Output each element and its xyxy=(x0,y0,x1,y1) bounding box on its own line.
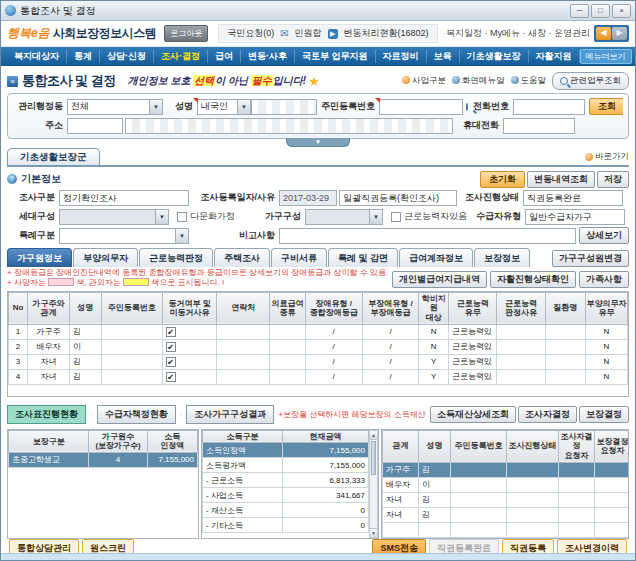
table-row[interactable]: 소득평가액7,155,000 xyxy=(203,458,369,473)
tab-basic-living-group[interactable]: 기초생활보장군 xyxy=(7,148,100,165)
chevron-down-icon[interactable]: ▼ xyxy=(369,210,382,224)
multiculture-checkbox[interactable] xyxy=(177,212,187,222)
tab-support-obligor[interactable]: 부양의무자 xyxy=(73,248,138,267)
detail-view-button[interactable]: 상세보기 xyxy=(579,227,629,244)
checked-checkbox-icon[interactable]: ✔ xyxy=(166,372,176,382)
table-row[interactable]: 가구주김 xyxy=(383,462,630,477)
maximize-icon[interactable]: □ xyxy=(591,4,610,18)
menu-item-investigation[interactable]: 조사·결정 xyxy=(154,50,208,63)
tab-documents[interactable]: 구비서류 xyxy=(271,248,327,267)
tab-work-ability[interactable]: 근로능력판정 xyxy=(139,248,213,267)
table-row[interactable]: 4자녀김✔//Y근로능력있N xyxy=(9,369,628,384)
change-member-button[interactable]: 가구구성원변경 xyxy=(552,250,629,267)
menu-item-change[interactable]: 변동·사후 xyxy=(241,50,295,63)
menu-item-benefit[interactable]: 급여 xyxy=(208,50,241,63)
phone-input[interactable] xyxy=(513,99,585,115)
change-history-button[interactable]: 변동내역조회 xyxy=(527,171,595,188)
biz-type-link[interactable]: 사업구분 xyxy=(402,75,446,87)
table-row[interactable]: 배우자이 xyxy=(383,477,630,492)
tab-guarantee-info[interactable]: 보장정보 xyxy=(474,248,530,267)
table-row[interactable]: 3자녀김✔//Y근로능력있N xyxy=(9,354,628,369)
name-input[interactable] xyxy=(251,99,317,115)
chevron-down-icon[interactable]: ▼ xyxy=(155,210,168,224)
menu-item-childcare[interactable]: 보육 xyxy=(427,50,460,63)
dong-select[interactable]: 전체▼ xyxy=(67,99,163,115)
screen-manual-link[interactable]: 화면메뉴얼 xyxy=(452,75,505,87)
save-button[interactable]: 저장 xyxy=(597,171,629,188)
menu-item-molit[interactable]: 국토부 업무지원 xyxy=(295,50,376,63)
tab-housing-survey[interactable]: 주택조사 xyxy=(214,248,270,267)
personal-benefit-button[interactable]: 개인별급여지급내역 xyxy=(392,271,487,288)
logout-button[interactable]: 로그아웃 xyxy=(164,25,208,42)
checked-checkbox-icon[interactable]: ✔ xyxy=(166,342,176,352)
citizen-request-link[interactable]: 국민요청(0) xyxy=(227,27,274,40)
income-detail-button[interactable]: 소득재산상세조회 xyxy=(430,406,516,423)
tab-household-result[interactable]: 조사가구구성결과 xyxy=(186,405,274,424)
table-row[interactable]: - 재산소득0 xyxy=(203,503,369,518)
table-row[interactable]: 2배우자이✔//N근로능력있N xyxy=(9,339,628,354)
search-button[interactable]: 조회 xyxy=(589,98,623,115)
menu-item-selfsupport[interactable]: 자활지원 xyxy=(529,50,580,63)
survey-change-history-button[interactable]: 조사변경이력 xyxy=(557,539,627,553)
table-row[interactable]: 1가구주김✔//N근로능력있N xyxy=(9,324,628,339)
tab-household-member[interactable]: 가구원정보 xyxy=(7,248,72,267)
nation-select[interactable]: 내국인▼ xyxy=(197,99,251,115)
selfsupport-status-button[interactable]: 자활진행상태확인 xyxy=(490,271,576,288)
menu-item-basic-living[interactable]: 기초생활보장 xyxy=(460,50,529,63)
household-comp-select[interactable]: ▼ xyxy=(59,209,169,225)
memo-input[interactable] xyxy=(279,228,576,244)
scroll-down-icon[interactable]: ▼ xyxy=(370,528,377,537)
header-quick-links[interactable]: 복지일정 · My메뉴 · 새창 · 운영관리 xyxy=(446,27,590,40)
reset-button[interactable]: 초기화 xyxy=(480,171,525,188)
close-icon[interactable]: × xyxy=(612,4,631,18)
checked-checkbox-icon[interactable]: ✔ xyxy=(166,327,176,337)
table-row[interactable]: 자녀김 xyxy=(383,507,630,522)
mobile-input[interactable] xyxy=(503,118,575,134)
menu-more-button[interactable]: 메뉴더보기 xyxy=(580,49,632,64)
tab-survey-progress[interactable]: 조사표진행현황 xyxy=(7,405,86,424)
workable-checkbox[interactable] xyxy=(391,212,401,222)
income-table[interactable]: ▲ ▼ 소득구분현재금액소득인정액7,155,000소득평가액7,155,000… xyxy=(201,429,379,539)
investigator-decision-button[interactable]: 조사자결정 xyxy=(518,406,577,423)
table-row[interactable]: 소득인정액7,155,000 xyxy=(203,443,369,458)
address-code-input[interactable] xyxy=(67,118,123,134)
integrated-consult-button[interactable]: 통합상담관리 xyxy=(9,539,79,553)
special-case-select[interactable]: ▼ xyxy=(59,228,189,244)
tab-benefit-account[interactable]: 급여계좌정보 xyxy=(399,248,473,267)
nav-forward-icon[interactable]: ▶ xyxy=(612,27,627,40)
chevron-down-icon[interactable]: ▼ xyxy=(149,100,162,114)
table-row[interactable]: 초중고학생교47,155,000 xyxy=(9,452,198,467)
minimize-icon[interactable]: ─ xyxy=(570,4,589,18)
jumin-input[interactable] xyxy=(379,99,463,115)
status-table[interactable]: 관계성명주민등록번호조사진행상태조사자결정 요청자보장결정 요청자가구주김배우자… xyxy=(381,429,629,539)
benefit-table[interactable]: 보장구분가구원수 (보장가구수)소득 인정액초중고학생교47,155,000 xyxy=(7,429,199,539)
change-status-link[interactable]: 변동처리현황(16802) xyxy=(344,27,429,40)
nav-back-icon[interactable]: ◀ xyxy=(596,27,611,40)
menu-item-welfare-target[interactable]: 복지대상자 xyxy=(7,50,67,63)
table-row[interactable]: 자녀김 xyxy=(383,492,630,507)
member-table[interactable]: No가구주와 관계성명주민등록번호동거여부 및 미동거사유연락처의료급여 종류장… xyxy=(7,291,629,397)
authority-reg-button[interactable]: 직권등록 xyxy=(502,539,554,553)
help-link[interactable]: 도움말 xyxy=(511,75,547,87)
chevron-down-icon[interactable]: ▼ xyxy=(237,100,250,114)
person-search-icon[interactable] xyxy=(466,103,468,111)
family-info-button[interactable]: 가족사항 xyxy=(579,271,629,288)
chevron-down-icon[interactable]: ▼ xyxy=(175,229,188,243)
tab-recipient-selection[interactable]: 수급자책정현황 xyxy=(97,405,176,424)
menu-item-data[interactable]: 자료정비 xyxy=(376,50,427,63)
scroll-thumb[interactable] xyxy=(371,441,376,475)
checked-checkbox-icon[interactable]: ✔ xyxy=(166,357,176,367)
menu-item-consult[interactable]: 상담·신청 xyxy=(100,50,154,63)
sms-send-button[interactable]: SMS전송 xyxy=(372,539,426,553)
table-row[interactable]: - 근로소득6,813,333 xyxy=(203,473,369,488)
minwon-link[interactable]: 민원함 xyxy=(295,27,322,40)
table-row[interactable]: - 사업소득341,667 xyxy=(203,488,369,503)
onescreen-button[interactable]: 원스크린 xyxy=(82,539,134,553)
address-input[interactable] xyxy=(125,118,453,134)
related-task-button[interactable]: 관련업무조회 xyxy=(552,72,629,90)
guarantee-decision-button[interactable]: 보장결정 xyxy=(579,406,629,423)
shortcut-link[interactable]: 바로가기 xyxy=(585,151,629,163)
scroll-up-icon[interactable]: ▲ xyxy=(370,431,377,440)
tab-special-exemption[interactable]: 특례 및 감면 xyxy=(328,248,398,267)
table-row[interactable]: - 기타소득0 xyxy=(203,518,369,533)
